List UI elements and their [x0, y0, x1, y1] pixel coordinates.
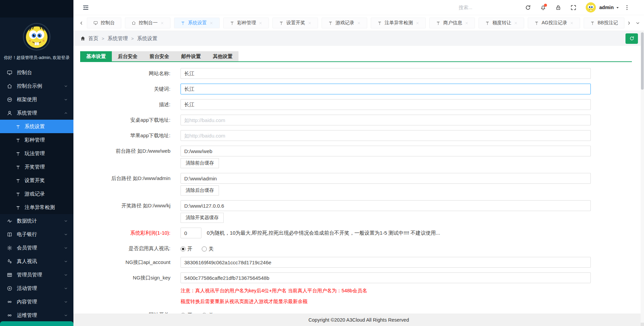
settings-tab-4[interactable]: 其他设置 — [207, 51, 238, 61]
ng-api-account-input[interactable] — [181, 257, 591, 268]
content-refresh-button[interactable] — [625, 33, 638, 44]
tab-system-settings[interactable]: 系统设置 — [174, 18, 220, 28]
android-app-url-input[interactable] — [181, 115, 591, 125]
open-tabs: 控制台控制台一系统设置彩种管理设置开奖游戏记录注单异常检测商户信息额度转让AG投… — [87, 18, 624, 28]
settings-form: 网站名称:关键词:描述:安桌app下载地址:苹果app下载地址:前台路径 如D:… — [80, 68, 641, 314]
sidebar-item-label: 电子银行 — [17, 231, 37, 238]
sidebar-item-data-statistics[interactable]: 数据统计 — [0, 214, 73, 228]
front-path-input[interactable] — [181, 146, 591, 156]
chevron-down-icon — [64, 246, 68, 250]
admin-path-clear-button[interactable]: 清除后台缓存 — [181, 185, 219, 196]
sidebar-item-ops-management[interactable]: 运维管理 — [0, 308, 73, 322]
sidebar-item-system-management[interactable]: 系统管理 — [0, 106, 73, 120]
sidebar-item-member-management[interactable]: 会员管理 — [0, 241, 73, 255]
form-row-website-name: 网站名称: — [80, 68, 641, 79]
settings-tab-1[interactable]: 后台安全 — [112, 51, 143, 61]
more-menu-icon[interactable] — [624, 4, 630, 11]
tab-abnormal-bet-detection[interactable]: 注单异常检测 — [371, 18, 426, 28]
sidebar-item-draw-settings[interactable]: 设置开奖 — [0, 174, 73, 187]
sidebar-item-play-method-management[interactable]: 玩法管理 — [0, 147, 73, 160]
sidebar-item-e-bank[interactable]: 电子银行 — [0, 228, 73, 241]
sidebar-item-abnormal-bet-detection[interactable]: 注单异常检测 — [0, 201, 73, 214]
tab-merchant-info[interactable]: 商户信息 — [429, 18, 475, 28]
front-path-clear-button[interactable]: 清除前台缓存 — [181, 158, 219, 168]
breadcrumb-home[interactable]: 首页 — [88, 35, 98, 42]
tab-label: 游戏记录 — [335, 20, 354, 26]
sidebar-item-lottery-type-management[interactable]: 彩种管理 — [0, 133, 73, 147]
tab-console-1[interactable]: 控制台一 — [125, 18, 170, 28]
ng-sign-key-input[interactable] — [181, 272, 591, 283]
settings-tab-0[interactable]: 基本设置 — [80, 51, 112, 61]
field-area-website-name — [181, 68, 591, 79]
field-label-ng-api-account: NG接口api_account — [80, 257, 170, 266]
field-note-ng-sign-key-0: 注意：真人视讯平台的用户名为key后4位+用户名 当前真人平台用户名为：548b… — [181, 288, 591, 294]
sidebar-item-console[interactable]: 控制台 — [0, 66, 73, 79]
field-label-system-profit: 系统彩利润(1-10): — [80, 228, 170, 236]
field-area-ios-app-url — [181, 130, 591, 141]
settings-tab-3[interactable]: 邮件设置 — [175, 51, 207, 61]
tabs-scroll-left-button[interactable] — [77, 18, 86, 28]
sidebar-item-admin-management[interactable]: 管理员管理 — [0, 268, 73, 281]
tabs-menu-button[interactable] — [633, 18, 642, 28]
home-icon — [131, 21, 136, 25]
tab-bb-bet-records[interactable]: BB投注记 — [584, 18, 624, 28]
breadcrumb-system-settings[interactable]: 系统设置 — [137, 35, 157, 42]
admin-path-input[interactable] — [181, 173, 591, 184]
form-row-android-app-url: 安桌app下载地址: — [80, 115, 641, 125]
live-video-enable-radio-1[interactable]: 关 — [202, 246, 214, 252]
vertical-scrollbar[interactable] — [641, 31, 644, 326]
sidebar-item-system-settings[interactable]: 系统设置 — [0, 120, 73, 133]
draw-path-clear-button[interactable]: 清除开奖器缓存 — [181, 213, 224, 223]
draw-path-input[interactable] — [181, 200, 591, 211]
fullscreen-icon[interactable] — [570, 4, 577, 11]
tab-label: 系统设置 — [188, 20, 207, 26]
tree-icon — [328, 21, 333, 25]
sidebar-item-draw-management[interactable]: 开奖管理 — [0, 160, 73, 174]
sidebar-item-label: 控制台示例 — [17, 83, 42, 89]
sidebar-toggle-icon[interactable] — [82, 4, 89, 11]
svg-text:OK: OK — [8, 98, 11, 100]
system-profit-input[interactable] — [181, 228, 201, 238]
sidebar-item-framework-usage[interactable]: OK框架使用 — [0, 93, 73, 106]
tab-console[interactable]: 控制台 — [87, 18, 121, 28]
sidebar-item-live-video[interactable]: 真人视讯 — [0, 255, 73, 268]
sidebar-item-game-records[interactable]: 游戏记录 — [0, 187, 73, 201]
chevron-down-icon — [64, 286, 68, 291]
tab-game-records[interactable]: 游戏记录 — [322, 18, 367, 28]
avatar[interactable] — [586, 2, 596, 12]
tree-icon — [15, 124, 21, 129]
field-area-ng-sign-key: 注意：真人视讯平台的用户名为key后4位+用户名 当前真人平台用户名为：548b… — [181, 272, 591, 305]
breadcrumb: 首页 > 系统管理 > 系统设置 — [73, 31, 644, 46]
live-video-enable-radio-0[interactable]: 开 — [181, 246, 192, 252]
lock-icon[interactable] — [555, 4, 561, 11]
tab-ag-bet-records[interactable]: AG投注记录 — [528, 18, 580, 28]
tab-quota-transfer[interactable]: 额度转让 — [479, 18, 524, 28]
user-name: admin — [599, 5, 614, 10]
keywords-input[interactable] — [181, 84, 591, 94]
tabs-scroll-right-button[interactable] — [624, 18, 633, 28]
search-input[interactable] — [458, 5, 512, 10]
avatar[interactable] — [23, 23, 51, 51]
tree-icon — [15, 178, 21, 183]
tab-lottery-type-management[interactable]: 彩种管理 — [223, 18, 269, 28]
user-menu[interactable]: admin — [599, 5, 619, 10]
sidebar-item-console-demo[interactable]: 控制台示例 — [0, 79, 73, 93]
sidebar-item-activity-management[interactable]: 活动管理 — [0, 281, 73, 295]
tab-label: 控制台 — [101, 20, 115, 26]
tree-icon — [181, 21, 185, 25]
scrollbar-thumb[interactable] — [641, 32, 644, 90]
table-icon — [7, 272, 12, 278]
refresh-icon[interactable] — [525, 4, 531, 11]
sidebar-item-content-management[interactable]: 内容管理 — [0, 295, 73, 308]
tab-label: 设置开奖 — [286, 20, 305, 26]
website-name-input[interactable] — [181, 68, 591, 79]
sidebar-item-label: 真人视讯 — [17, 258, 37, 265]
settings-tab-2[interactable]: 前台安全 — [143, 51, 175, 61]
settings-panel: 基本设置后台安全前台安全邮件设置其他设置 网站名称:关键词:描述:安桌app下载… — [73, 46, 641, 314]
bell-icon[interactable] — [540, 4, 546, 11]
ios-app-url-input[interactable] — [181, 130, 591, 141]
description-input[interactable] — [181, 99, 591, 110]
tree-icon — [230, 21, 234, 25]
breadcrumb-system-management[interactable]: 系统管理 — [108, 35, 128, 42]
tab-draw-settings[interactable]: 设置开奖 — [272, 18, 318, 28]
